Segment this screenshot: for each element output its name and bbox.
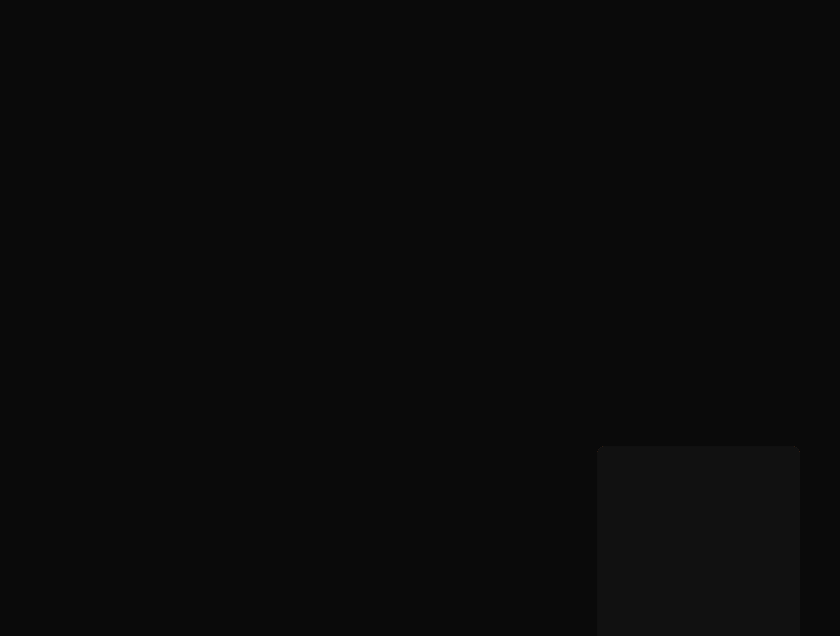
card-scenes: N 16 scenes — [597, 446, 800, 636]
